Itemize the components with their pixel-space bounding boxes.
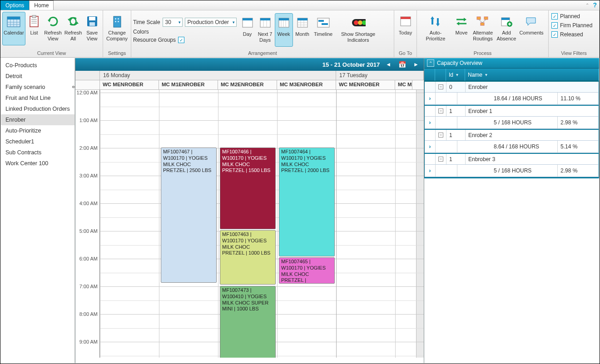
svg-rect-21	[115, 21, 116, 22]
chevron-right-icon[interactable]: ›	[425, 141, 436, 152]
cap-row-pct: 5.14 %	[558, 141, 599, 152]
released-checkbox[interactable]: ✓	[551, 31, 558, 38]
svg-rect-59	[501, 18, 510, 20]
day-header-mon[interactable]: 16 Monday	[100, 71, 336, 80]
scrollbar[interactable]	[416, 90, 424, 358]
filter-icon[interactable]: ▾	[456, 72, 458, 77]
next7-button[interactable]: Next 7 Days	[256, 13, 275, 47]
collapse-row-icon[interactable]: −	[438, 133, 443, 138]
appointment-a3[interactable]: MF1007463 | W100170 | YOGIES MILK CHOC P…	[220, 230, 276, 285]
capacity-collapse-icon[interactable]: ⌃	[427, 59, 434, 67]
svg-rect-26	[260, 18, 270, 20]
tab-home[interactable]: Home	[29, 0, 54, 10]
svg-rect-19	[115, 18, 116, 20]
appointment-a4[interactable]: MF1007473 | W100410 | YOGIES MILK CHOC S…	[220, 286, 276, 358]
refresh-view-button[interactable]: Refresh View	[43, 12, 63, 45]
res-hdr-wc-mon[interactable]: WC MENROBER	[100, 80, 159, 89]
collapse-row-icon[interactable]: −	[438, 108, 443, 113]
time-scale-select[interactable]: 30	[163, 18, 183, 27]
save-view-button[interactable]: Save View	[83, 12, 101, 45]
help-icon[interactable]: ?	[593, 1, 597, 9]
show-shortage-button[interactable]: Show Shortage Indicators	[335, 13, 382, 47]
month-button[interactable]: Month	[293, 13, 312, 47]
week-button[interactable]: Week	[275, 13, 293, 47]
chevron-right-icon[interactable]: ›	[425, 93, 436, 104]
svg-rect-53	[477, 17, 481, 20]
svg-marker-51	[464, 18, 466, 21]
cap-col-id[interactable]: Id	[449, 72, 453, 78]
nav-item-sub-contracts[interactable]: Sub Contracts	[1, 147, 74, 158]
nav-item-enrober[interactable]: Enrober	[1, 114, 74, 125]
cap-row-pct: 2.98 %	[558, 165, 599, 177]
svg-rect-18	[114, 16, 121, 27]
prev-week-icon[interactable]: ◄	[384, 61, 392, 68]
time-label: 8:00 AM	[79, 311, 98, 317]
nav-item-auto-prioritize[interactable]: Auto-Prioritize	[1, 125, 74, 136]
collapse-row-icon[interactable]: −	[438, 157, 443, 162]
calendar-button[interactable]: Calendar	[2, 12, 25, 45]
resource-groups-label: Resource Groups	[133, 37, 176, 43]
svg-rect-48	[401, 17, 411, 19]
refresh-all-button[interactable]: Refresh All	[63, 12, 84, 45]
res-hdr-m3[interactable]: MC M3ENROBER	[277, 80, 336, 89]
nav-item-detroit[interactable]: Detroit	[1, 71, 74, 82]
date-picker-icon[interactable]: 📅	[397, 61, 407, 68]
next7-icon	[258, 15, 273, 30]
change-company-button[interactable]: Change Company	[105, 12, 129, 45]
res-hdr-wc-tue[interactable]: WC MENROBER	[336, 80, 395, 89]
cap-row-hours: 18.64 / 168 HOURS	[457, 93, 558, 104]
appointment-a1[interactable]: MF1007467 | W100170 | YOGIES MILK CHOC P…	[161, 148, 217, 283]
comments-icon	[524, 14, 539, 29]
nav-item-scheduler1[interactable]: Scheduler1	[1, 136, 74, 147]
process-group-label: Process	[417, 49, 548, 57]
add-absence-button[interactable]: Add Absence	[495, 12, 518, 45]
res-hdr-m1-tue[interactable]: MC M	[395, 80, 412, 89]
time-column: 12:00 AM1:00 AM2:00 AM3:00 AM4:00 AM5:00…	[75, 90, 100, 358]
refresh-view-label: Refresh View	[44, 30, 62, 41]
res-hdr-m2[interactable]: MC M2ENROBER	[218, 80, 277, 89]
add-absence-icon	[499, 14, 514, 29]
chevron-right-icon[interactable]: ›	[425, 117, 436, 128]
auto-prioritize-button[interactable]: Auto-Prioritize	[419, 12, 452, 45]
arrangement-group-label: Arrangement	[131, 49, 394, 57]
next-week-icon[interactable]: ►	[412, 61, 420, 68]
production-order-select[interactable]: Production Order	[185, 18, 237, 27]
tab-options[interactable]: Options	[0, 0, 29, 10]
move-button[interactable]: Move	[452, 12, 471, 45]
svg-rect-20	[118, 18, 119, 20]
planned-checkbox[interactable]: ✓	[551, 13, 558, 20]
list-button[interactable]: List	[25, 12, 43, 45]
nav-item-family-scenario[interactable]: Family scenario	[1, 82, 74, 93]
resource-groups-checkbox[interactable]: ✓	[178, 37, 184, 43]
settings-group-label: Settings	[103, 49, 131, 57]
appointment-a2[interactable]: MF1007466 | W100170 | YOGIES MILK CHOC P…	[220, 148, 276, 229]
timeline-button[interactable]: Timeline	[312, 13, 335, 47]
refresh-icon	[46, 14, 60, 29]
filter-icon[interactable]: ▾	[485, 72, 487, 77]
today-button[interactable]: Today	[396, 12, 415, 45]
svg-marker-50	[436, 24, 440, 26]
collapse-row-icon[interactable]: −	[438, 84, 443, 89]
nav-item-co-products[interactable]: Co-Products	[1, 60, 74, 71]
collapse-ribbon-icon[interactable]: ⌃	[585, 3, 589, 8]
cap-row-hours: 8.64 / 168 HOURS	[457, 141, 558, 152]
svg-rect-22	[118, 21, 119, 22]
chevron-right-icon[interactable]: ›	[425, 165, 436, 177]
nav-item-linked-po[interactable]: Linked Production Orders	[1, 103, 74, 114]
nav-item-fruit-nut-line[interactable]: Fruit and Nut Line	[1, 93, 74, 103]
save-icon	[85, 14, 99, 29]
appointment-a5[interactable]: MF1007464 | W100170 | YOGIES MILK CHOC P…	[279, 148, 335, 256]
res-hdr-m1[interactable]: MC M1ENROBER	[159, 80, 218, 89]
day-header-tue[interactable]: 17 Tuesday	[336, 71, 424, 80]
day-button[interactable]: Day	[239, 13, 256, 47]
appointment-a6[interactable]: MF1007465 | W100170 | YOGIES MILK CHOC P…	[279, 257, 335, 284]
cap-col-name[interactable]: Name	[468, 72, 482, 78]
save-view-label: Save View	[84, 30, 99, 41]
firm-planned-checkbox[interactable]: ✓	[551, 22, 558, 29]
alt-routings-button[interactable]: Alternate Routings	[471, 12, 495, 45]
svg-rect-24	[243, 18, 253, 20]
svg-rect-17	[89, 22, 95, 26]
comments-button[interactable]: Comments	[518, 12, 545, 45]
comments-label: Comments	[519, 30, 543, 36]
nav-item-work-center-100[interactable]: Work Center 100	[1, 158, 74, 169]
